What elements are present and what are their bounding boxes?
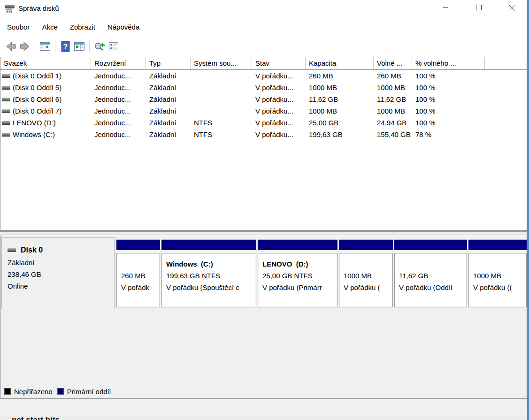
partition-size: 1000 MB (344, 270, 392, 282)
menu-bar: Soubor Akce Zobrazit Nápověda (0, 18, 527, 36)
partition-name (121, 258, 160, 270)
partition-260mb[interactable]: 260 MB V pořádk (116, 238, 160, 309)
rescan-button[interactable] (92, 39, 107, 53)
table-row[interactable]: (Disk 0 Oddíl 5) Jednoduc... Základní V … (0, 82, 527, 93)
cell-svazek: (Disk 0 Oddíl 7) (13, 107, 61, 115)
partition-1000mb-b[interactable]: 1000 MB V pořádku (( (468, 238, 527, 309)
action-pane-button[interactable] (72, 39, 86, 53)
partition-status: V pořádku (Spouštěcí c (166, 282, 256, 293)
partition-size: 1000 MB (473, 270, 526, 282)
toolbar-separator (55, 40, 55, 53)
partition-size: 199,63 GB NTFS (166, 270, 256, 282)
partition-name (399, 258, 467, 270)
partition-name (473, 258, 526, 270)
volume-disk-icon (2, 74, 10, 78)
help-button[interactable]: ? (58, 39, 72, 53)
cell-typ: Základní (146, 72, 191, 80)
cell-procento: 78 % (412, 130, 485, 138)
column-header-svazek[interactable]: Svazek (0, 57, 91, 69)
app-disk-icon (5, 4, 15, 14)
menu-akce[interactable]: Akce (36, 21, 63, 33)
cell-rozvrzeni: Jednoduc... (91, 95, 146, 103)
disk0-status: Online (8, 280, 114, 292)
window-title: Správa disků (18, 4, 59, 12)
cell-volne: 1000 MB (374, 107, 412, 115)
cell-volne: 155,40 GB (374, 130, 412, 138)
partition-lenovo-d[interactable]: LENOVO (D:) 25,00 GB NTFS V pořádku (Pri… (258, 238, 337, 309)
console-tree-icon (38, 40, 52, 53)
cell-system: NTFS (191, 119, 252, 127)
partition-status: V pořádku (Oddíl (399, 282, 467, 293)
close-button[interactable] (501, 0, 522, 15)
cell-volne: 1000 MB (374, 84, 412, 92)
cell-svazek: (Disk 0 Oddíl 6) (13, 95, 61, 103)
disk0-label-panel[interactable]: Disk 0 Základní 238,46 GB Online (1, 237, 115, 309)
table-row[interactable]: (Disk 0 Oddíl 1) Jednoduc... Základní V … (0, 70, 527, 82)
cell-kapacita: 199,63 GB (306, 130, 374, 138)
partition-body: 260 MB V pořádk (116, 253, 160, 307)
action-pane-icon (73, 40, 86, 53)
toolbar: ? (0, 36, 527, 57)
menu-zobrazit[interactable]: Zobrazit (64, 21, 101, 33)
partition-windows-c[interactable]: Windows (C:) 199,63 GB NTFS V pořádku (S… (161, 238, 256, 309)
partition-status: V pořádku (( (473, 282, 526, 293)
cell-typ: Základní (146, 107, 191, 115)
volume-disk-icon (2, 133, 10, 137)
partition-header-bar (394, 239, 467, 250)
volume-list-pane: Svazek Rozvržení Typ Systém sou... Stav … (0, 57, 527, 230)
console-tree-button[interactable] (38, 39, 52, 53)
partition-header-bar (339, 239, 393, 250)
back-button[interactable] (4, 39, 18, 53)
cell-kapacita: 260 MB (306, 72, 374, 80)
maximize-button[interactable] (468, 0, 490, 15)
column-header-kapacita[interactable]: Kapacita (306, 57, 374, 69)
column-header-filler (485, 57, 527, 69)
cell-typ: Základní (146, 84, 191, 92)
column-header-rozvrzeni[interactable]: Rozvržení (91, 57, 146, 69)
status-bar (0, 399, 527, 415)
cell-stav: V pořádku... (252, 119, 306, 127)
cell-stav: V pořádku... (252, 130, 306, 138)
cell-rozvrzeni: Jednoduc... (91, 130, 146, 138)
table-row[interactable]: (Disk 0 Oddíl 6) Jednoduc... Základní V … (0, 93, 527, 105)
unallocated-swatch-icon (4, 388, 11, 395)
partition-header-bar (116, 239, 160, 250)
table-row[interactable]: (Disk 0 Oddíl 7) Jednoduc... Základní V … (0, 105, 527, 117)
cell-typ: Základní (146, 119, 191, 127)
column-header-volne[interactable]: Volné ... (374, 57, 412, 69)
menu-soubor[interactable]: Soubor (1, 21, 36, 33)
column-header-stav[interactable]: Stav (252, 57, 306, 69)
window-border-right (527, 0, 529, 420)
partition-status: V pořádku (Primárr (262, 282, 337, 293)
cell-system: NTFS (191, 130, 252, 138)
cell-procento: 100 % (412, 84, 485, 92)
background-window-text: net start bits (12, 415, 60, 420)
partition-header-bar (161, 239, 256, 250)
column-header-procento-volneho[interactable]: % volného ... (412, 57, 485, 69)
cell-stav: V pořádku... (252, 84, 306, 92)
forward-button[interactable] (18, 39, 32, 53)
column-header-system-souboru[interactable]: Systém sou... (191, 57, 252, 69)
partition-status: V pořádk (121, 282, 160, 293)
cell-kapacita: 11,62 GB (306, 95, 374, 103)
partition-1000mb-a[interactable]: 1000 MB V pořádku ( (339, 238, 393, 309)
partition-status: V pořádku ( (344, 282, 392, 293)
cell-svazek: (Disk 0 Oddíl 1) (13, 72, 61, 80)
table-row[interactable]: LENOVO (D:) Jednoduc... Základní NTFS V … (0, 117, 527, 129)
minimize-button[interactable] (435, 0, 457, 15)
cell-rozvrzeni: Jednoduc... (91, 119, 146, 127)
cell-svazek: Windows (C:) (13, 130, 55, 138)
svg-text:?: ? (63, 43, 68, 51)
partition-body: 1000 MB V pořádku (( (468, 253, 527, 307)
table-row[interactable]: Windows (C:) Jednoduc... Základní NTFS V… (0, 129, 527, 140)
help-icon: ? (59, 40, 72, 53)
pane-splitter[interactable] (0, 230, 527, 235)
properties-button[interactable] (107, 39, 121, 53)
volume-disk-icon (2, 98, 10, 101)
column-header-typ[interactable]: Typ (146, 57, 191, 69)
menu-napoveda[interactable]: Nápověda (101, 21, 146, 33)
disk0-capacity: 238,46 GB (8, 268, 114, 280)
graphical-view-pane: Disk 0 Základní 238,46 GB Online 260 MB … (0, 235, 527, 399)
cell-svazek: (Disk 0 Oddíl 5) (13, 84, 61, 92)
partition-11gb[interactable]: 11,62 GB V pořádku (Oddíl (394, 238, 467, 309)
